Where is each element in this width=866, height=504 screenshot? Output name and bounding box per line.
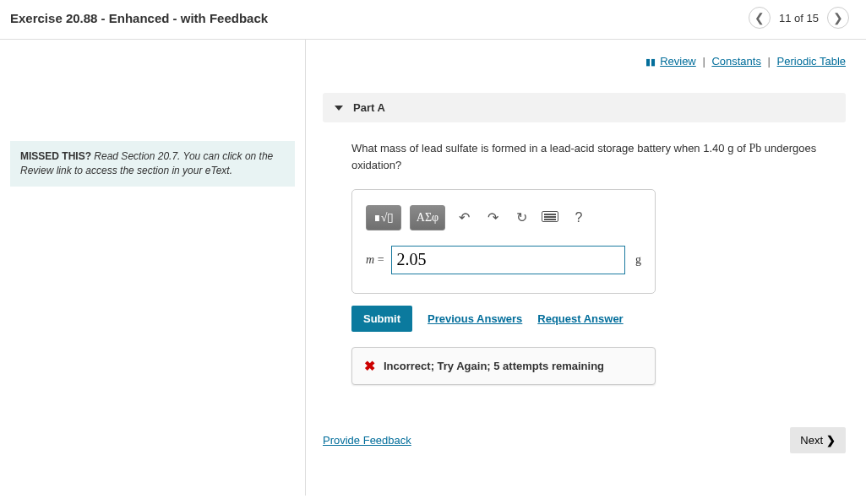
submit-button[interactable]: Submit xyxy=(351,306,412,332)
request-answer-link[interactable]: Request Answer xyxy=(537,312,623,325)
sidebar: MISSED THIS? Read Section 20.7. You can … xyxy=(0,40,306,496)
provide-feedback-link[interactable]: Provide Feedback xyxy=(323,434,411,447)
page-counter: 11 of 15 xyxy=(779,12,819,24)
greek-button[interactable]: ΑΣφ xyxy=(410,205,445,230)
equation-toolbar: ∎√▯ ΑΣφ ↶ ↷ ↻ ? xyxy=(366,205,641,230)
chevron-left-icon: ❮ xyxy=(754,11,765,24)
prev-page-button[interactable]: ❮ xyxy=(749,7,771,29)
incorrect-icon: ✖ xyxy=(364,358,375,374)
constants-link[interactable]: Constants xyxy=(711,55,761,68)
answer-unit: g xyxy=(635,253,641,267)
next-button[interactable]: Next ❯ xyxy=(790,427,846,453)
answer-input[interactable] xyxy=(391,246,625,274)
keyboard-icon[interactable] xyxy=(540,210,560,225)
missed-this-hint: MISSED THIS? Read Section 20.7. You can … xyxy=(10,141,295,187)
feedback-box: ✖ Incorrect; Try Again; 5 attempts remai… xyxy=(351,347,656,385)
chevron-down-icon xyxy=(335,106,343,111)
answer-card: ∎√▯ ΑΣφ ↶ ↷ ↻ ? m = g xyxy=(351,189,656,294)
redo-icon[interactable]: ↷ xyxy=(482,209,503,225)
part-header[interactable]: Part A xyxy=(323,93,846,122)
feedback-text: Incorrect; Try Again; 5 attempts remaini… xyxy=(384,360,604,372)
next-page-button[interactable]: ❯ xyxy=(827,7,849,29)
action-row: Submit Previous Answers Request Answer xyxy=(351,306,846,332)
main-content: ▮▮ Review | Constants | Periodic Table P… xyxy=(306,40,866,496)
question-element: Pb xyxy=(749,142,761,154)
chevron-right-icon: ❯ xyxy=(833,11,843,24)
chevron-right-icon: ❯ xyxy=(826,434,836,447)
previous-answers-link[interactable]: Previous Answers xyxy=(428,312,522,325)
book-icon: ▮▮ xyxy=(645,57,656,67)
question-mid: of xyxy=(733,142,749,154)
periodic-table-link[interactable]: Periodic Table xyxy=(777,55,846,68)
pager: ❮ 11 of 15 ❯ xyxy=(749,7,849,29)
page-title: Exercise 20.88 - Enhanced - with Feedbac… xyxy=(10,11,268,25)
answer-row: m = g xyxy=(366,246,641,274)
question-prefix: What mass of lead sulfate is formed in a… xyxy=(351,142,727,154)
reset-icon[interactable]: ↻ xyxy=(511,209,531,225)
part-label: Part A xyxy=(353,101,385,114)
undo-icon[interactable]: ↶ xyxy=(454,209,474,225)
help-icon[interactable]: ? xyxy=(569,210,589,225)
separator: | xyxy=(768,55,771,68)
review-link[interactable]: Review xyxy=(660,55,696,68)
bottom-row: Provide Feedback Next ❯ xyxy=(323,427,846,453)
resource-links: ▮▮ Review | Constants | Periodic Table xyxy=(323,55,846,68)
variable-label: m = xyxy=(366,253,384,267)
question-text: What mass of lead sulfate is formed in a… xyxy=(351,139,841,174)
hint-label: MISSED THIS? xyxy=(20,150,91,162)
separator: | xyxy=(702,55,705,68)
template-button[interactable]: ∎√▯ xyxy=(366,205,401,230)
next-label: Next xyxy=(800,434,823,447)
